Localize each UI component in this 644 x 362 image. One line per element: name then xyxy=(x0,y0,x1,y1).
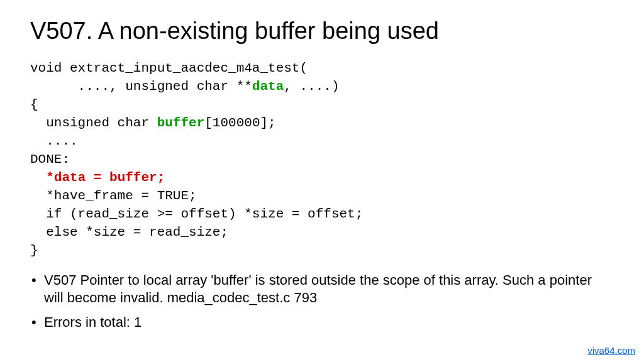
code-highlight-error: *data = buffer; xyxy=(46,170,165,185)
code-line: *have_frame = TRUE; xyxy=(30,189,197,203)
code-line xyxy=(30,170,46,185)
bullet-item: V507 Pointer to local array 'buffer' is … xyxy=(30,272,614,307)
code-line: if (read_size >= offset) *size = offset; xyxy=(30,207,363,221)
code-line: [100000]; xyxy=(204,116,275,130)
code-line: ...., unsigned char ** xyxy=(30,79,252,94)
code-block: void extract_input_aacdec_m4a_test( ....… xyxy=(30,60,614,260)
bullet-list: V507 Pointer to local array 'buffer' is … xyxy=(30,272,614,332)
code-line: DONE: xyxy=(30,152,70,167)
code-highlight-data: data xyxy=(252,79,284,94)
slide-title: V507. A non-existing buffer being used xyxy=(30,18,614,45)
code-highlight-buffer: buffer xyxy=(157,116,205,130)
code-line: else *size = read_size; xyxy=(30,225,228,239)
code-line: , ....) xyxy=(284,79,339,94)
code-line: .... xyxy=(30,134,78,148)
code-line: } xyxy=(30,243,38,258)
footer-link[interactable]: viva64.com xyxy=(587,345,635,356)
code-line: void extract_input_aacdec_m4a_test( xyxy=(30,61,308,75)
bullet-item: Errors in total: 1 xyxy=(30,314,614,332)
code-line: { xyxy=(30,97,38,112)
code-line: unsigned char xyxy=(30,116,157,130)
